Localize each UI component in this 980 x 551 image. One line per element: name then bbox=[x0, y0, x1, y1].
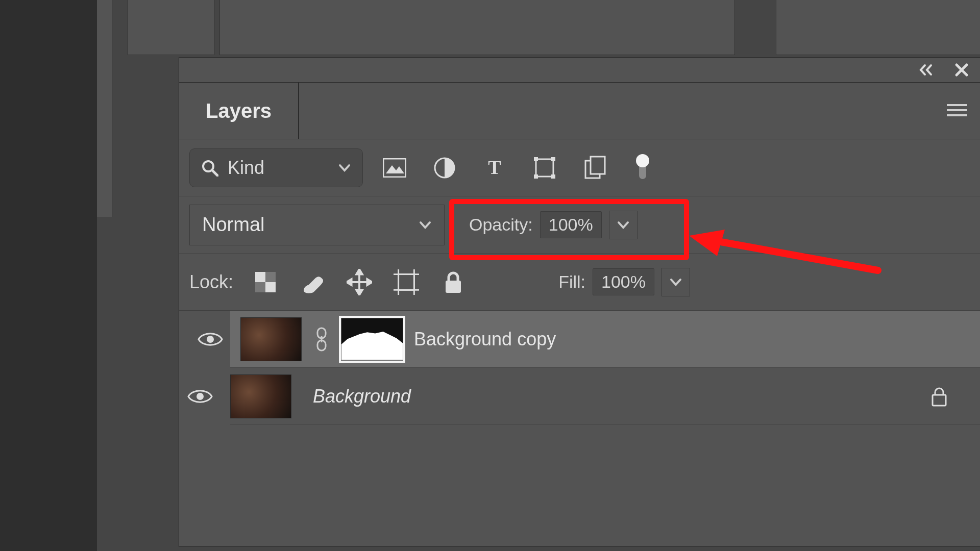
layer-row[interactable]: Background bbox=[230, 368, 980, 425]
visibility-eye-icon[interactable] bbox=[198, 331, 223, 348]
svg-marker-28 bbox=[367, 279, 372, 285]
svg-rect-1 bbox=[947, 109, 967, 111]
blend-mode-value: Normal bbox=[202, 214, 264, 236]
panel-tabbar-spacer bbox=[299, 83, 980, 139]
canvas-area-frame bbox=[128, 0, 214, 55]
opacity-control: Opacity: 100% bbox=[455, 207, 647, 243]
filter-adjustment-layers-icon[interactable] bbox=[432, 156, 457, 180]
layer-filter-row: Kind T bbox=[179, 139, 980, 196]
svg-rect-22 bbox=[255, 282, 265, 292]
panel-tabbar: Layers bbox=[179, 82, 980, 139]
close-panel-icon[interactable] bbox=[954, 63, 969, 77]
filter-kind-dropdown[interactable]: Kind bbox=[189, 148, 363, 187]
svg-line-4 bbox=[212, 170, 217, 176]
svg-point-17 bbox=[636, 154, 649, 167]
opacity-label: Opacity: bbox=[469, 215, 533, 235]
filter-toggle-switch[interactable] bbox=[632, 156, 653, 180]
svg-rect-10 bbox=[534, 157, 538, 161]
search-icon bbox=[201, 159, 218, 177]
svg-rect-29 bbox=[399, 274, 414, 290]
svg-rect-20 bbox=[265, 282, 276, 292]
svg-rect-19 bbox=[255, 272, 265, 282]
canvas-area-frame bbox=[776, 0, 980, 55]
chevron-down-icon bbox=[419, 218, 432, 232]
svg-rect-12 bbox=[534, 174, 538, 179]
lock-transparency-icon[interactable] bbox=[253, 269, 278, 295]
chevron-down-icon bbox=[617, 218, 630, 232]
blend-opacity-row: Normal Opacity: 100% bbox=[179, 196, 980, 254]
layer-mask-link-icon[interactable] bbox=[313, 327, 330, 352]
layer-row[interactable]: Background copy bbox=[230, 311, 980, 368]
svg-rect-34 bbox=[446, 281, 461, 293]
filter-pixel-layers-icon[interactable] bbox=[382, 156, 407, 180]
layers-list: Background copy Background bbox=[179, 311, 980, 425]
svg-rect-9 bbox=[536, 159, 553, 177]
svg-rect-0 bbox=[947, 104, 967, 106]
svg-marker-25 bbox=[356, 269, 362, 274]
svg-point-39 bbox=[197, 393, 204, 400]
collapse-panel-icon[interactable] bbox=[919, 63, 939, 77]
svg-rect-2 bbox=[947, 114, 967, 116]
tab-layers[interactable]: Layers bbox=[179, 83, 299, 139]
fill-value-input[interactable]: 100% bbox=[593, 268, 654, 295]
filter-type-icons: T bbox=[382, 156, 653, 180]
layer-locked-icon[interactable] bbox=[929, 386, 949, 407]
lock-fill-row: Lock: bbox=[179, 254, 980, 311]
svg-rect-40 bbox=[933, 395, 946, 406]
svg-marker-27 bbox=[347, 279, 352, 285]
svg-rect-11 bbox=[551, 157, 555, 161]
lock-label: Lock: bbox=[189, 271, 233, 293]
layer-name[interactable]: Background bbox=[313, 386, 918, 407]
fill-control: Fill: 100% bbox=[558, 268, 690, 296]
filter-type-layers-icon[interactable]: T bbox=[482, 156, 507, 180]
canvas-area-frame bbox=[219, 0, 735, 55]
layer-mask-thumbnail[interactable] bbox=[341, 318, 403, 360]
app-left-strip-edge bbox=[97, 0, 112, 217]
fill-dropdown-button[interactable] bbox=[662, 268, 690, 296]
fill-label: Fill: bbox=[558, 272, 585, 292]
filter-kind-label: Kind bbox=[228, 157, 264, 179]
filter-smart-objects-icon[interactable] bbox=[582, 156, 607, 180]
layers-panel: Layers Kind bbox=[179, 57, 980, 547]
layer-thumbnail[interactable] bbox=[230, 374, 291, 418]
app-left-strip bbox=[0, 0, 97, 551]
chevron-down-icon bbox=[338, 161, 351, 174]
svg-marker-26 bbox=[356, 290, 362, 295]
opacity-value-input[interactable]: 100% bbox=[540, 211, 602, 238]
lock-buttons bbox=[253, 269, 466, 295]
visibility-eye-icon[interactable] bbox=[187, 388, 213, 405]
svg-rect-5 bbox=[383, 159, 406, 177]
lock-pixels-brush-icon[interactable] bbox=[300, 269, 325, 295]
panel-menu-icon[interactable] bbox=[947, 103, 967, 118]
chevron-down-icon bbox=[669, 276, 682, 289]
blend-mode-dropdown[interactable]: Normal bbox=[189, 205, 445, 245]
opacity-dropdown-button[interactable] bbox=[609, 211, 638, 239]
tab-label: Layers bbox=[206, 99, 272, 122]
layer-thumbnail[interactable] bbox=[240, 317, 302, 361]
lock-all-icon[interactable] bbox=[440, 269, 466, 295]
svg-rect-13 bbox=[551, 174, 555, 179]
svg-rect-15 bbox=[591, 157, 605, 174]
svg-rect-21 bbox=[265, 272, 276, 282]
svg-marker-6 bbox=[386, 165, 404, 173]
lock-position-move-icon[interactable] bbox=[347, 269, 372, 295]
filter-shape-layers-icon[interactable] bbox=[532, 156, 557, 180]
panel-window-controls bbox=[179, 58, 980, 82]
svg-text:T: T bbox=[488, 158, 501, 178]
layer-name[interactable]: Background copy bbox=[414, 329, 970, 350]
svg-point-35 bbox=[207, 336, 214, 343]
lock-artboard-icon[interactable] bbox=[394, 269, 419, 295]
